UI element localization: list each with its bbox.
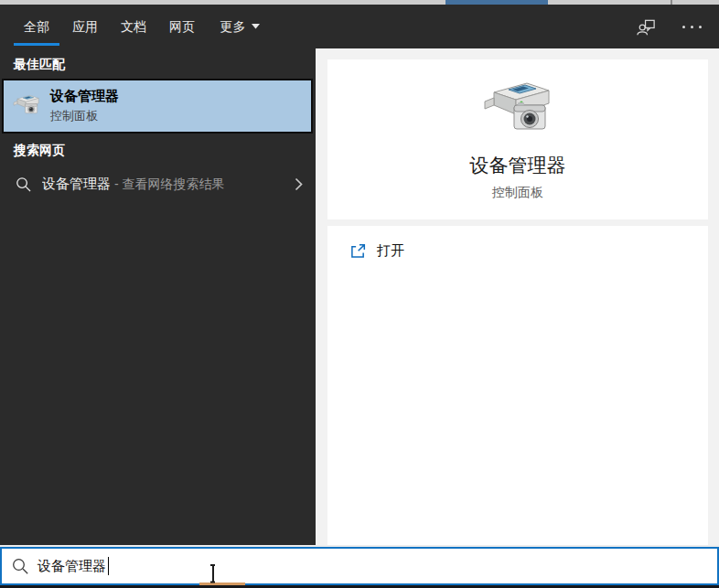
- web-search-query: 设备管理器: [42, 176, 111, 191]
- best-match-item[interactable]: 设备管理器 控制面板: [2, 79, 313, 134]
- web-search-item[interactable]: 设备管理器 - 查看网络搜索结果: [0, 167, 316, 200]
- search-filter-bar: 全部 应用 文档 网页 更多: [0, 5, 719, 48]
- text-caret: [108, 557, 109, 575]
- search-window: 全部 应用 文档 网页 更多: [0, 0, 719, 588]
- ellipsis-icon: [682, 26, 702, 28]
- tab-web[interactable]: 网页: [159, 5, 205, 48]
- filter-tabs: 全部 应用 文档 网页 更多: [14, 5, 272, 48]
- web-search-header: 搜索网页: [14, 143, 65, 159]
- chevron-right-icon: [295, 177, 303, 191]
- search-icon: [12, 558, 28, 574]
- tab-more-label: 更多: [220, 5, 246, 48]
- open-icon: [350, 243, 366, 259]
- search-icon: [16, 176, 31, 192]
- open-label: 打开: [377, 242, 404, 260]
- web-search-suffix: - 查看网络搜索结果: [111, 176, 224, 191]
- tab-all[interactable]: 全部: [14, 5, 59, 48]
- search-input[interactable]: 设备管理器: [0, 547, 719, 585]
- options-button[interactable]: [679, 13, 704, 40]
- preview-card: 设备管理器 控制面板: [327, 59, 708, 219]
- device-manager-icon: [12, 93, 41, 119]
- open-action[interactable]: 打开: [350, 238, 460, 263]
- search-input-value: 设备管理器: [38, 558, 106, 575]
- tab-documents[interactable]: 文档: [111, 5, 156, 48]
- actions-card: 打开: [327, 226, 708, 545]
- tab-apps[interactable]: 应用: [62, 5, 108, 48]
- topbar-actions: [633, 5, 704, 48]
- feedback-button[interactable]: [633, 13, 659, 40]
- best-match-title: 设备管理器: [50, 88, 119, 105]
- preview-subtitle: 控制面板: [492, 185, 543, 201]
- preview-title: 设备管理器: [470, 153, 566, 178]
- preview-panel: 设备管理器 控制面板 打开: [316, 48, 719, 545]
- best-match-subtitle: 控制面板: [50, 108, 119, 124]
- feedback-icon: [636, 16, 657, 37]
- chevron-down-icon: [252, 24, 260, 29]
- best-match-header: 最佳匹配: [14, 57, 65, 73]
- tab-more[interactable]: 更多: [208, 5, 272, 48]
- device-manager-icon-large: [481, 78, 554, 144]
- results-panel: 最佳匹配 设备管理器 控制面板 搜索网页: [0, 48, 316, 545]
